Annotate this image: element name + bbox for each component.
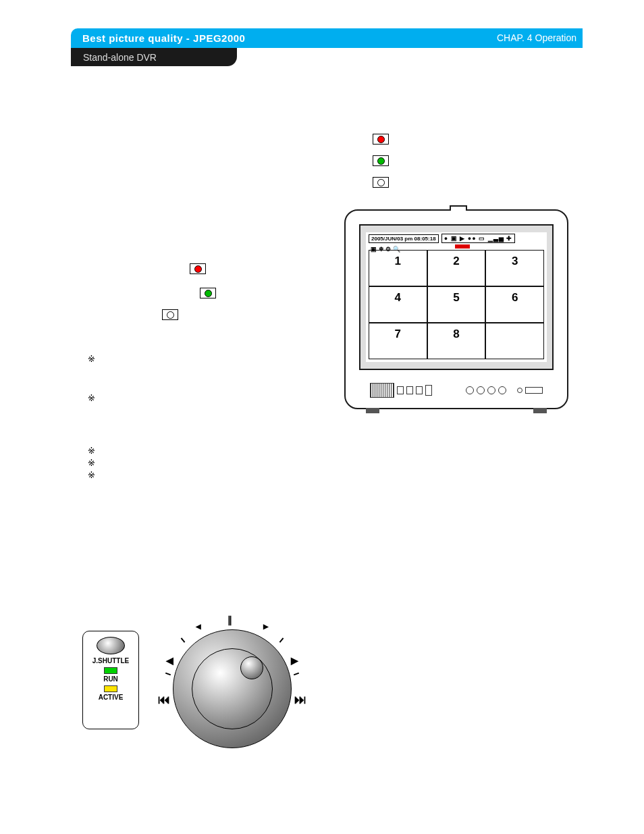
status-icons: ● ▣ ▶ ●● ▭ ▁▃▅ ✚ bbox=[441, 234, 515, 243]
jog-wheel[interactable]: ‖ ◀ ◀ ⏮ ▶ ▶ ⏭ bbox=[158, 615, 306, 763]
subtitle-bar: Stand-alone DVR bbox=[71, 48, 237, 66]
jshuttle-button[interactable] bbox=[97, 637, 125, 654]
jshuttle-title: J.SHUTTLE bbox=[83, 657, 138, 664]
legend-box-red bbox=[373, 134, 389, 145]
monitor-knob bbox=[466, 386, 474, 394]
bullet-3: ※ bbox=[88, 446, 95, 456]
grid-cell: 4 bbox=[369, 286, 427, 323]
tick-fast-fwd-icon: ⏭ bbox=[294, 693, 306, 707]
grid-cell: 1 bbox=[369, 250, 427, 286]
jshuttle-panel: J.SHUTTLE RUN ACTIVE bbox=[82, 631, 139, 729]
grid-cell: 7 bbox=[369, 323, 427, 359]
monitor-led bbox=[517, 388, 522, 393]
monitor-knob bbox=[477, 386, 485, 394]
page-title: Best picture quality - JPEG2000 bbox=[82, 32, 245, 44]
grid-cell: 6 bbox=[485, 286, 544, 323]
active-label: ACTIVE bbox=[83, 694, 138, 701]
monitor-foot bbox=[366, 408, 379, 413]
body-dot-white bbox=[162, 309, 178, 320]
bullet-5: ※ bbox=[88, 470, 95, 480]
run-label: RUN bbox=[83, 675, 138, 683]
body-dot-red bbox=[190, 263, 206, 274]
monitor-button bbox=[397, 386, 404, 394]
bullet-2: ※ bbox=[88, 393, 95, 403]
subtitle: Stand-alone DVR bbox=[83, 52, 157, 63]
title-suffix: JPEG2000 bbox=[193, 32, 245, 44]
tick-fast-rev-icon: ⏮ bbox=[158, 693, 170, 707]
tick-pause-icon: ‖ bbox=[227, 615, 232, 625]
tick-rev-icon: ◀ bbox=[196, 623, 201, 630]
legend-box-green bbox=[373, 155, 389, 166]
monitor-button bbox=[425, 385, 432, 396]
grid-cell: 3 bbox=[485, 250, 544, 286]
tick-rev-icon: ◀ bbox=[166, 655, 173, 666]
speaker-grille-icon bbox=[370, 383, 394, 398]
grid-cell: 5 bbox=[427, 286, 486, 323]
monitor-grid: 1 2 3 4 5 6 7 8 bbox=[369, 250, 544, 359]
jog-dimple bbox=[240, 656, 263, 679]
body-dot-green bbox=[200, 288, 216, 298]
datetime: 2005/JUN/03 pm 08:05:18 bbox=[369, 234, 439, 243]
monitor-knob bbox=[498, 386, 506, 394]
grid-cell bbox=[485, 323, 544, 359]
grid-cell: 2 bbox=[427, 250, 486, 286]
tick-fwd-icon: ▶ bbox=[291, 655, 298, 666]
monitor-statusbar: 2005/JUN/03 pm 08:05:18 ● ▣ ▶ ●● ▭ ▁▃▅ ✚… bbox=[369, 235, 544, 249]
monitor-button bbox=[416, 386, 423, 394]
monitor-knob bbox=[487, 386, 495, 394]
monitor-foot bbox=[533, 408, 547, 413]
legend-box-white bbox=[373, 177, 389, 188]
monitor-illustration: 2005/JUN/03 pm 08:05:18 ● ▣ ▶ ●● ▭ ▁▃▅ ✚… bbox=[344, 209, 568, 409]
bullet-4: ※ bbox=[88, 458, 95, 468]
bullet-1: ※ bbox=[88, 354, 95, 364]
page: { "header": { "title_prefix": "Best pict… bbox=[0, 0, 644, 834]
chapter-label: CHAP. 4 Operation bbox=[497, 32, 576, 43]
monitor-button bbox=[406, 386, 413, 394]
run-led-icon bbox=[104, 667, 117, 674]
monitor-controls bbox=[370, 381, 543, 400]
title-prefix: Best picture quality bbox=[82, 32, 183, 44]
active-led-icon bbox=[104, 685, 117, 692]
monitor-button bbox=[525, 387, 543, 394]
tick-fwd-icon: ▶ bbox=[263, 623, 269, 630]
grid-cell: 8 bbox=[427, 323, 486, 359]
